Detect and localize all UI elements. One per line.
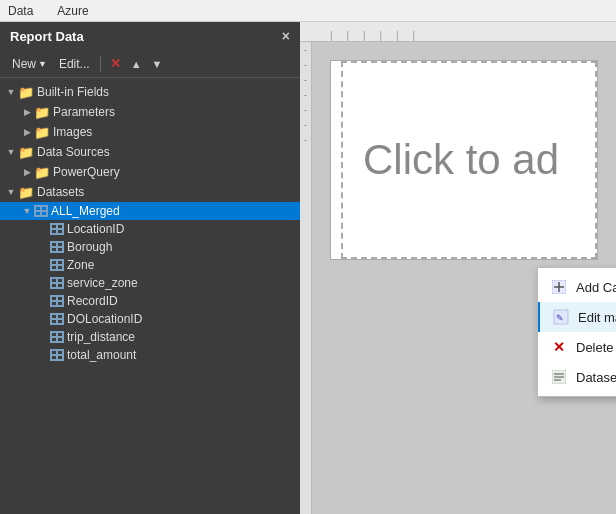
context-menu-item-edit-mashup[interactable]: ✎Edit mashup... [538,302,616,332]
panel-title-bar: Report Data × [0,22,300,50]
expand-icon[interactable]: ▼ [4,145,18,159]
tree-item-service-zone[interactable]: service_zone [0,274,300,292]
folder-icon: 📁 [34,164,50,180]
tree-item-datasets[interactable]: ▼📁Datasets [0,182,300,202]
panel-close-button[interactable]: × [282,28,290,44]
folder-icon: 📁 [18,84,34,100]
tree-item-recordid[interactable]: RecordID [0,292,300,310]
field-icon [50,313,64,325]
field-icon [50,277,64,289]
tree-item-parameters[interactable]: ▶📁Parameters [0,102,300,122]
ruler-tick: - [304,136,307,145]
field-icon [50,241,64,253]
new-button[interactable]: New ▼ [8,55,51,73]
toolbar-divider-1 [100,56,101,72]
tree-item-label: RecordID [67,294,118,308]
field-icon [50,349,64,361]
ruler-tick: - [304,121,307,130]
context-menu-item-dataset-props[interactable]: Dataset Properties [538,362,616,392]
tree-item-label: Borough [67,240,112,254]
tree-item-label: total_amount [67,348,136,362]
ruler-tick: - [304,106,307,115]
tree-item-built-in-fields[interactable]: ▼📁Built-in Fields [0,82,300,102]
tree-item-images[interactable]: ▶📁Images [0,122,300,142]
field-icon [50,295,64,307]
tree-item-trip-distance[interactable]: trip_distance [0,328,300,346]
field-icon [50,259,64,271]
ruler-tick: - [304,46,307,55]
menu-azure[interactable]: Azure [57,4,88,18]
move-down-button[interactable]: ▼ [149,56,166,72]
report-data-panel: Report Data × New ▼ Edit... ✕ ▲ ▼ ▼📁Buil… [0,22,300,514]
folder-icon: 📁 [34,104,50,120]
table-icon [34,205,48,217]
tree-container: ▼📁Built-in Fields▶📁Parameters▶📁Images▼📁D… [0,78,300,514]
tree-item-all-merged[interactable]: ▼ALL_Merged [0,202,300,220]
field-icon [50,223,64,235]
tree-item-label: Zone [67,258,94,272]
main-area: Report Data × New ▼ Edit... ✕ ▲ ▼ ▼📁Buil… [0,22,616,514]
delete-toolbar-button[interactable]: ✕ [107,54,124,73]
canvas-placeholder: Click to ad [341,61,597,259]
add-icon [550,278,568,296]
context-menu-item-label: Dataset Properties [576,370,616,385]
expand-icon[interactable]: ▼ [20,204,34,218]
expand-icon[interactable]: ▶ [20,165,34,179]
tree-item-label: ALL_Merged [51,204,120,218]
folder-icon: 📁 [18,184,34,200]
ruler-tick: - [304,76,307,85]
tree-item-label: Built-in Fields [37,85,109,99]
context-menu: Add Calculated Field...✎Edit mashup...✕D… [537,267,616,397]
top-menu-bar: Data Azure [0,0,616,22]
expand-icon[interactable]: ▶ [20,125,34,139]
new-dropdown-arrow: ▼ [38,59,47,69]
field-icon [50,331,64,343]
move-up-button[interactable]: ▲ [128,56,145,72]
tree-item-label: Images [53,125,92,139]
edit-button[interactable]: Edit... [55,55,94,73]
content-area: | | | | | | - - - - - - - Click to ad [300,22,616,514]
tree-item-borough[interactable]: Borough [0,238,300,256]
tree-item-powerquery[interactable]: ▶📁PowerQuery [0,162,300,182]
ruler-tick: - [304,91,307,100]
context-menu-item-add-calculated[interactable]: Add Calculated Field... [538,272,616,302]
delete-icon: ✕ [550,338,568,356]
tree-item-label: DOLocationID [67,312,142,326]
horizontal-ruler: | | | | | | [300,22,616,42]
panel-toolbar: New ▼ Edit... ✕ ▲ ▼ [0,50,300,78]
report-canvas[interactable]: Click to ad [330,60,598,260]
tree-item-dolocationid[interactable]: DOLocationID [0,310,300,328]
tree-item-label: Parameters [53,105,115,119]
panel-title: Report Data [10,29,84,44]
folder-icon: 📁 [34,124,50,140]
tree-item-label: PowerQuery [53,165,120,179]
context-menu-item-label: Edit mashup... [578,310,616,325]
left-ruler: - - - - - - - [300,42,312,514]
tree-item-label: trip_distance [67,330,135,344]
ruler-tick: - [304,61,307,70]
menu-data[interactable]: Data [8,4,33,18]
tree-item-zone[interactable]: Zone [0,256,300,274]
folder-icon: 📁 [18,144,34,160]
tree-item-label: service_zone [67,276,138,290]
edit-icon: ✎ [552,308,570,326]
tree-item-label: LocationID [67,222,124,236]
expand-icon[interactable]: ▼ [4,185,18,199]
tree-item-data-sources[interactable]: ▼📁Data Sources [0,142,300,162]
tree-item-locationid[interactable]: LocationID [0,220,300,238]
svg-text:✎: ✎ [556,313,564,323]
expand-icon[interactable]: ▶ [20,105,34,119]
props-icon [550,368,568,386]
tree-item-label: Data Sources [37,145,110,159]
context-menu-item-label: Delete [576,340,614,355]
expand-icon[interactable]: ▼ [4,85,18,99]
context-menu-item-delete[interactable]: ✕Delete [538,332,616,362]
tree-item-label: Datasets [37,185,84,199]
context-menu-item-label: Add Calculated Field... [576,280,616,295]
tree-item-total-amount[interactable]: total_amount [0,346,300,364]
